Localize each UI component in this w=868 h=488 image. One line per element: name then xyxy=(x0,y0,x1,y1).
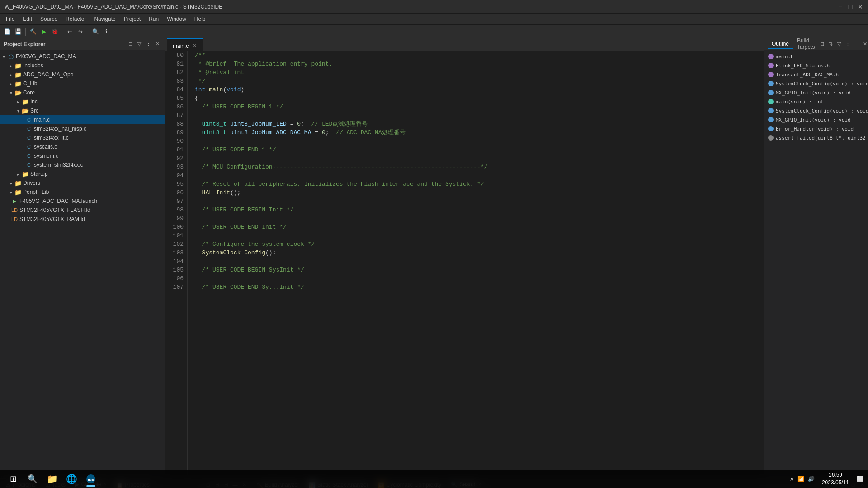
code-line xyxy=(195,257,757,266)
menu-item-edit[interactable]: Edit xyxy=(19,15,36,23)
outline-item[interactable]: Transact_ADC_DAC_MA.h xyxy=(764,70,868,79)
tree-item-clib[interactable]: ▸ 📁 C_Lib xyxy=(0,79,165,88)
pe-menu-icon[interactable]: ⋮ xyxy=(145,41,152,48)
tree-item-syscalls[interactable]: C syscalls.c xyxy=(0,142,165,151)
tree-item-includes[interactable]: ▸ 📁 Includes xyxy=(0,61,165,70)
minimize-button[interactable]: − xyxy=(837,4,844,10)
outline-label: Error_Handler(void) : void xyxy=(776,126,854,132)
title-text: W_F405VG_ADC_DAC_MA - F405VG_ADC_DAC_MA/… xyxy=(5,4,222,10)
ram-ld-icon: LD xyxy=(11,216,18,223)
code-editor[interactable]: 8081828384858687888990919293949596979899… xyxy=(165,51,764,478)
tree-item-flash-ld[interactable]: LD STM32F405VGTX_FLASH.ld xyxy=(0,206,165,215)
outline-item[interactable]: MX_GPIO_Init(void) : void xyxy=(764,115,868,124)
tree-item-sysmem[interactable]: C sysmem.c xyxy=(0,151,165,160)
close-button[interactable]: ✕ xyxy=(857,4,863,10)
toolbar-search-btn[interactable]: 🔍 xyxy=(90,27,100,37)
outline-item[interactable]: Error_Handler(void) : void xyxy=(764,124,868,133)
outline-max-icon[interactable]: □ xyxy=(853,41,860,48)
code-line: uint8_t uint8_JobNum_LED = 0; // LED点滅処理… xyxy=(195,120,757,128)
menu-item-window[interactable]: Window xyxy=(163,15,190,23)
outline-collapse-icon[interactable]: ⊟ xyxy=(818,41,826,48)
menu-item-navigate[interactable]: Navigate xyxy=(90,15,119,23)
tree-item-ram-ld[interactable]: LD STM32F405VGTX_RAM.ld xyxy=(0,215,165,224)
tab-outline[interactable]: Outline xyxy=(768,40,793,49)
tree-label-launch: F405VG_ADC_DAC_MA.launch xyxy=(19,198,97,204)
taskbar-clock[interactable]: 16:59 2023/05/11 xyxy=(822,471,849,487)
tree-item-drivers[interactable]: ▸ 📁 Drivers xyxy=(0,178,165,188)
tree-item-core[interactable]: ▾ 📂 Core xyxy=(0,88,165,97)
menu-item-source[interactable]: Source xyxy=(37,15,61,23)
outline-filter-icon[interactable]: ▽ xyxy=(835,41,843,48)
system-icon: C xyxy=(25,161,33,169)
toolbar-run-btn[interactable]: ▶ xyxy=(39,27,49,37)
outline-close-icon[interactable]: ✕ xyxy=(861,41,868,48)
includes-folder-icon: 📁 xyxy=(14,62,22,69)
code-line: SystemClock_Config(); xyxy=(195,249,757,257)
tray-sound[interactable]: 🔊 xyxy=(808,476,815,482)
tree-item-periph-lib[interactable]: ▸ 📁 Periph_Lib xyxy=(0,188,165,197)
menu-item-project[interactable]: Project xyxy=(120,15,144,23)
tree-item-src[interactable]: ▾ 📂 Src xyxy=(0,106,165,115)
syscalls-icon: C xyxy=(25,143,33,150)
tree-item-hal-msp[interactable]: C stm32f4xx_hal_msp.c xyxy=(0,124,165,133)
outline-header: Outline Build Targets ⊟ ⇅ ▽ ⋮ □ ✕ xyxy=(764,38,868,50)
tree-item-startup[interactable]: ▸ 📁 Startup xyxy=(0,169,165,178)
tree-arrow-inc: ▸ xyxy=(14,98,22,105)
tree-item-system[interactable]: C system_stm32f4xx.c xyxy=(0,160,165,169)
src-folder-icon: 📂 xyxy=(22,107,29,114)
outline-sort-icon[interactable]: ⇅ xyxy=(827,41,834,48)
taskbar-stm32[interactable]: IDE xyxy=(82,470,99,488)
toolbar-undo-btn[interactable]: ↩ xyxy=(65,27,75,37)
line-number: 81 xyxy=(172,60,184,68)
tree-item-adc[interactable]: ▸ 📁 ADC_DAC_MA_Ope xyxy=(0,70,165,79)
tree-arrow-includes: ▸ xyxy=(7,62,14,69)
outline-label: assert_failed(uint8_t*, uint32_t) : void xyxy=(776,135,868,141)
pe-close-icon[interactable]: ✕ xyxy=(154,41,161,48)
tree-label-root: F405VG_ADC_DAC_MA xyxy=(16,53,76,60)
toolbar-info-btn[interactable]: ℹ xyxy=(101,27,111,37)
outline-item[interactable]: SystemClock_Config(void) : void xyxy=(764,106,868,115)
code-line xyxy=(195,214,757,223)
editor-area: main.c ✕ 8081828384858687888990919293949… xyxy=(165,38,764,478)
menu-item-help[interactable]: Help xyxy=(191,15,209,23)
toolbar-redo-btn[interactable]: ↪ xyxy=(75,27,85,37)
outline-menu-icon[interactable]: ⋮ xyxy=(844,41,851,48)
pe-collapse-icon[interactable]: ⊟ xyxy=(127,41,134,48)
tree-label-includes: Includes xyxy=(23,62,43,69)
start-button[interactable]: ⊞ xyxy=(5,470,22,488)
taskbar-file-explorer[interactable]: 📁 xyxy=(43,470,61,488)
tab-main-c-close[interactable]: ✕ xyxy=(191,43,198,49)
outline-item[interactable]: main(void) : int xyxy=(764,97,868,106)
tab-main-c[interactable]: main.c ✕ xyxy=(167,38,203,51)
tree-item-root[interactable]: ▾ ⬡ F405VG_ADC_DAC_MA xyxy=(0,52,165,61)
outline-item[interactable]: Blink_LED_Status.h xyxy=(764,61,868,70)
maximize-button[interactable]: □ xyxy=(847,4,854,10)
menu-item-file[interactable]: File xyxy=(2,15,18,23)
tray-chevron[interactable]: ∧ xyxy=(790,476,794,482)
tree-item-inc[interactable]: ▸ 📁 Inc xyxy=(0,97,165,106)
taskbar-search[interactable]: 🔍 xyxy=(24,470,41,488)
toolbar-save-btn[interactable]: 💾 xyxy=(13,27,23,37)
outline-label: main(void) : int xyxy=(776,99,824,105)
toolbar-build-btn[interactable]: 🔨 xyxy=(28,27,38,37)
show-desktop[interactable]: ⬜ xyxy=(853,476,863,482)
tab-build-targets[interactable]: Build Targets xyxy=(793,37,818,52)
tree-item-main-c[interactable]: C main.c xyxy=(0,115,165,124)
taskbar-edge[interactable]: 🌐 xyxy=(63,470,80,488)
pe-filter-icon[interactable]: ▽ xyxy=(136,41,143,48)
code-content[interactable]: /** * @brief The application entry point… xyxy=(188,51,764,478)
tree-item-it[interactable]: C stm32f4xx_it.c xyxy=(0,133,165,142)
tree-arrow-startup: ▸ xyxy=(14,170,22,178)
outline-item[interactable]: MX_GPIO_Init(void) : void xyxy=(764,88,868,97)
tree-label-periph-lib: Periph_Lib xyxy=(23,189,49,195)
toolbar-new-btn[interactable]: 📄 xyxy=(2,27,12,37)
tree-item-launch[interactable]: ▶ F405VG_ADC_DAC_MA.launch xyxy=(0,197,165,206)
tree-label-syscalls: syscalls.c xyxy=(34,144,57,150)
outline-item[interactable]: main.h xyxy=(764,52,868,61)
toolbar-debug-btn[interactable]: 🐞 xyxy=(50,27,60,37)
menu-item-refactor[interactable]: Refactor xyxy=(62,15,90,23)
tray-network[interactable]: 📶 xyxy=(797,476,804,482)
menu-item-run[interactable]: Run xyxy=(145,15,162,23)
outline-item[interactable]: assert_failed(uint8_t*, uint32_t) : void xyxy=(764,133,868,142)
outline-item[interactable]: SystemClock_Config(void) : void xyxy=(764,79,868,88)
